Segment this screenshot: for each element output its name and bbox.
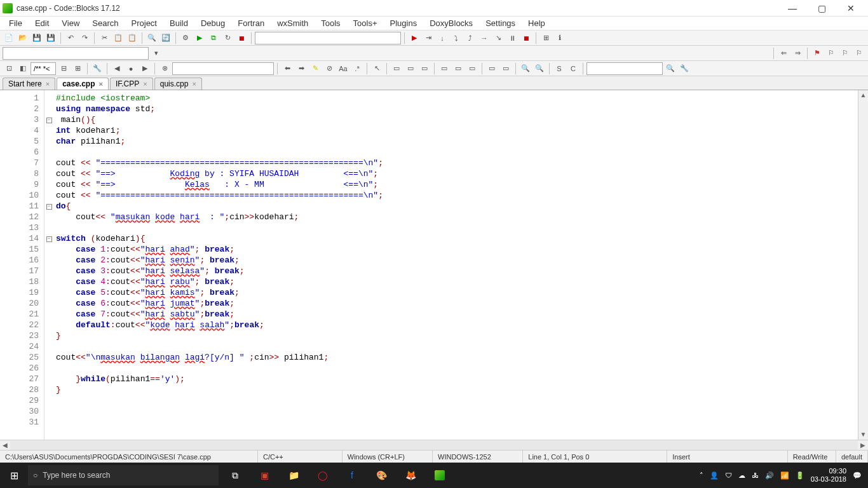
explorer-icon[interactable]: 📁 [280,463,308,488]
c-icon[interactable]: C [567,62,580,75]
status-profile[interactable]: default [836,451,868,463]
menu-view[interactable]: View [55,18,86,28]
menu-search[interactable]: Search [86,18,125,28]
status-encoding[interactable]: WINDOWS-1252 [433,451,523,463]
next-instr-icon[interactable]: → [478,32,491,44]
prev-icon[interactable]: ⬅ [281,62,294,75]
scroll-right-icon[interactable]: ▶ [858,442,868,449]
next-line-icon[interactable]: ↓ [436,32,449,44]
debug-run-icon[interactable]: ▶ [408,32,421,44]
clear-icon[interactable]: ⊘ [323,62,336,75]
debug-windows-icon[interactable]: ⊞ [539,32,552,44]
cut-icon[interactable]: ✂ [98,32,111,44]
doxy-tool-icon[interactable]: 🔧 [91,62,104,75]
scroll-left-icon[interactable]: ◀ [0,442,10,449]
menu-wxsmith[interactable]: wxSmith [271,18,315,28]
regex-match-icon[interactable]: .* [351,62,363,75]
powerpoint-icon[interactable]: ▣ [250,463,278,488]
box4-icon[interactable]: ▭ [438,62,451,75]
menu-file[interactable]: File [3,18,29,28]
replace-icon[interactable]: 🔄 [159,32,172,44]
build-run-icon[interactable]: ⧉ [207,32,220,44]
menu-settings[interactable]: Settings [479,18,522,28]
find-icon[interactable]: 🔍 [146,32,158,44]
box6-icon[interactable]: ▭ [466,62,478,75]
tray-network-icon[interactable]: 🖧 [752,471,759,479]
opera-icon[interactable]: ◯ [309,463,337,488]
step-into-instr-icon[interactable]: ↘ [492,32,505,44]
regex-combo[interactable] [172,62,274,75]
paste-icon[interactable]: 📋 [126,32,139,44]
code-area[interactable]: #include <iostream>using namespace std; … [53,90,868,440]
search-combo[interactable] [3,47,149,60]
save-icon[interactable]: 💾 [31,32,43,44]
break-icon[interactable]: ⏸ [506,32,519,44]
paint-icon[interactable]: 🎨 [367,463,395,488]
fold-column[interactable]: − − − [44,90,53,440]
taskbar-clock[interactable]: 09:30 03-03-2018 [811,467,846,484]
tray-onedrive-icon[interactable]: ☁ [738,471,745,480]
fortran-tool-icon[interactable]: 🔧 [678,62,691,75]
bookmark-next-icon[interactable]: ⚐ [839,47,851,60]
box5-icon[interactable]: ▭ [452,62,465,75]
close-icon[interactable]: × [99,80,103,88]
run-icon[interactable]: ▶ [193,32,206,44]
tray-people-icon[interactable]: 👤 [710,471,719,480]
match-case-icon[interactable]: Aa [337,62,349,75]
menu-build[interactable]: Build [163,18,194,28]
maximize-button[interactable]: ▢ [807,0,836,17]
fortran-combo[interactable] [587,62,663,75]
doxy3-icon[interactable]: ⊟ [57,62,70,75]
zoom-in-icon[interactable]: 🔍 [519,62,532,75]
menu-debug[interactable]: Debug [194,18,231,28]
build-icon[interactable]: ⚙ [179,32,192,44]
zoom-out-icon[interactable]: 🔍 [533,62,546,75]
fortran-go-icon[interactable]: 🔍 [664,62,677,75]
status-language[interactable]: C/C++ [258,451,342,463]
regex-icon[interactable]: ⊗ [158,62,171,75]
stop-debug-icon[interactable]: ⏹ [520,32,532,44]
start-button[interactable]: ⊞ [0,463,28,488]
firefox-icon[interactable]: 🦊 [397,463,424,488]
search-options-icon[interactable]: ▾ [150,47,163,60]
bookmark-prev-icon[interactable]: ⚐ [825,47,837,60]
menu-project[interactable]: Project [125,18,163,28]
nav-marker-icon[interactable]: ● [125,62,137,75]
taskbar-search[interactable]: ○ Type here to search [28,465,219,485]
tab-starthere[interactable]: Start here× [3,78,55,90]
close-button[interactable]: ✕ [836,0,865,17]
tray-wifi-icon[interactable]: 📶 [780,471,789,480]
step-out-icon[interactable]: ⤴ [464,32,477,44]
new-file-icon[interactable]: 📄 [3,32,15,44]
doxy1-icon[interactable]: ⊡ [3,62,15,75]
doxy4-icon[interactable]: ⊞ [71,62,84,75]
bookmark-clear-icon[interactable]: ⚐ [853,47,865,60]
doxy-comment-combo[interactable]: /** *< [31,62,56,75]
close-icon[interactable]: × [46,80,50,88]
status-insert[interactable]: Insert [667,451,787,463]
tray-battery-icon[interactable]: 🔋 [796,471,804,480]
s-icon[interactable]: S [553,62,566,75]
undo-icon[interactable]: ↶ [64,32,77,44]
redo-icon[interactable]: ↷ [78,32,91,44]
vertical-scrollbar[interactable]: ▲ ▼ [858,90,868,440]
abort-icon[interactable]: ⏹ [235,32,248,44]
menu-tools[interactable]: Tools [315,18,346,28]
doxy2-icon[interactable]: ◧ [17,62,29,75]
menu-doxyblocks[interactable]: DoxyBlocks [423,18,479,28]
status-eol[interactable]: Windows (CR+LF) [342,451,433,463]
build-target-combo[interactable] [255,32,401,44]
box8-icon[interactable]: ▭ [499,62,512,75]
jump-forward-icon[interactable]: ⇒ [791,47,804,60]
menu-fortran[interactable]: Fortran [231,18,271,28]
nav-back-icon[interactable]: ◀ [111,62,123,75]
scroll-up-icon[interactable]: ▲ [858,90,868,100]
bookmark-flag-icon[interactable]: ⚑ [811,47,824,60]
menu-tools[interactable]: Tools+ [347,18,384,28]
minimize-button[interactable]: — [778,0,807,17]
run-to-cursor-icon[interactable]: ⇥ [422,32,435,44]
step-into-icon[interactable]: ⤵ [450,32,463,44]
notifications-icon[interactable]: 💬 [853,471,862,480]
rebuild-icon[interactable]: ↻ [221,32,234,44]
select-icon[interactable]: ↖ [370,62,383,75]
